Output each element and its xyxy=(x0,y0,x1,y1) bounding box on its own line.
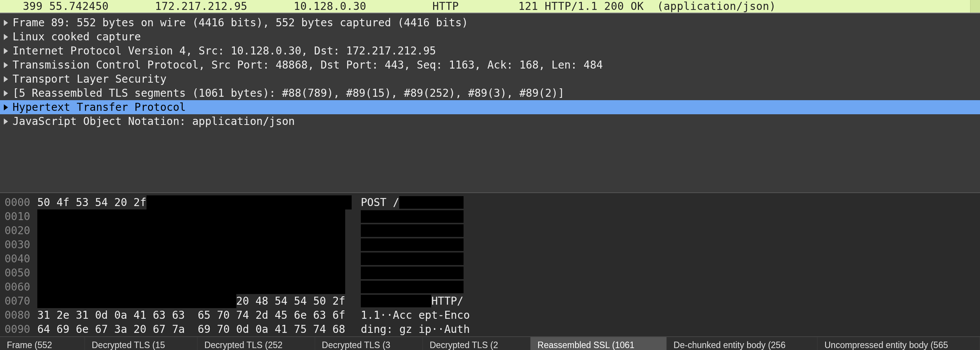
packet-list-scrollbar[interactable] xyxy=(970,0,980,13)
redacted-block: xxxxxxxxxxxxxxxx xyxy=(361,238,464,251)
redacted-block: xx xx xx xx xx xx xx xx xx xx xx xx xx x… xyxy=(37,252,345,266)
bytes-tab[interactable]: Frame (552 bytes) xyxy=(0,337,85,350)
byte-row[interactable]: 000050 4f 53 54 20 2f xx xx xx xx xx xx … xyxy=(5,195,980,209)
col-spacer xyxy=(538,0,545,13)
col-spacer xyxy=(367,0,433,13)
byte-ascii: xxxxxxxxxxxxxxxx xyxy=(361,209,464,224)
expand-triangle-icon[interactable] xyxy=(4,118,8,125)
redacted-block: xx xx xx xx xx xx xx xx xx xx xx xx xx x… xyxy=(37,266,345,280)
byte-row[interactable]: 0030xx xx xx xx xx xx xx xx xx xx xx xx … xyxy=(5,238,980,252)
col-spacer xyxy=(459,0,518,13)
bytes-tabs-bar: Frame (552 bytes)Decrypted TLS (15 bytes… xyxy=(0,336,980,350)
redacted-block: xx xx xx xx xx xx xx xx xx xx xyxy=(37,294,236,308)
tree-item[interactable]: Internet Protocol Version 4, Src: 10.128… xyxy=(0,44,980,58)
redacted-block: xxxxxxxxxxxxxxxx xyxy=(361,267,464,279)
col-source: 172.217.212.95 xyxy=(155,0,247,13)
expand-triangle-icon[interactable] xyxy=(4,48,8,54)
byte-row[interactable]: 0020xx xx xx xx xx xx xx xx xx xx xx xx … xyxy=(5,224,980,238)
byte-ascii: ding: gz ip··Auth xyxy=(361,322,470,336)
byte-offset: 0050 xyxy=(5,266,37,280)
byte-row[interactable]: 009064 69 6e 67 3a 20 67 7a 69 70 0d 0a … xyxy=(5,322,980,336)
byte-row[interactable]: 0050xx xx xx xx xx xx xx xx xx xx xx xx … xyxy=(5,266,980,280)
byte-ascii: POST /xxxxxxxxxx xyxy=(361,195,464,209)
byte-offset: 0060 xyxy=(5,280,37,294)
tree-item[interactable]: Hypertext Transfer Protocol xyxy=(0,100,980,114)
bytes-tab[interactable]: Decrypted TLS (15 bytes) xyxy=(85,337,198,350)
redacted-block: xxxxxxxxxxxxxxxx xyxy=(361,224,464,237)
tree-item-label: Hypertext Transfer Protocol xyxy=(13,100,186,114)
byte-row[interactable]: 0040xx xx xx xx xx xx xx xx xx xx xx xx … xyxy=(5,252,980,266)
bytes-tab[interactable]: Decrypted TLS (3 bytes) xyxy=(315,337,423,350)
bytes-tab[interactable]: Decrypted TLS (2 bytes) xyxy=(423,337,531,350)
expand-triangle-icon[interactable] xyxy=(4,90,8,96)
byte-hex: xx xx xx xx xx xx xx xx xx xx xx xx xx x… xyxy=(37,209,349,224)
col-spacer xyxy=(43,0,49,13)
expand-triangle-icon[interactable] xyxy=(4,20,8,26)
tree-item[interactable]: Frame 89: 552 bytes on wire (4416 bits),… xyxy=(0,16,980,30)
packet-details-pane[interactable]: Frame 89: 552 bytes on wire (4416 bits),… xyxy=(0,13,980,192)
redacted-block: xxxxxxxxxxxxxxxx xyxy=(361,253,464,265)
tree-item-label: Linux cooked capture xyxy=(13,30,141,44)
byte-hex: xx xx xx xx xx xx xx xx xx xx xx xx xx x… xyxy=(37,224,349,238)
bytes-tab[interactable]: Decrypted TLS (252 bytes) xyxy=(198,337,315,350)
byte-row[interactable]: 0060xx xx xx xx xx xx xx xx xx xx xx xx … xyxy=(5,280,980,294)
byte-row[interactable]: 0070xx xx xx xx xx xx xx xx xx xx 20 48 … xyxy=(5,294,980,308)
redacted-block: xx xx xx xx xx xx xx xx xx xx xx xx xx x… xyxy=(37,280,345,294)
byte-ascii: xxxxxxxxxxxxxxxx xyxy=(361,280,464,294)
col-spacer xyxy=(109,0,155,13)
byte-ascii: 1.1··Acc ept-Enco xyxy=(361,308,470,322)
redacted-block: xxxxxxxxxxx xyxy=(361,295,431,307)
expand-triangle-icon[interactable] xyxy=(4,76,8,82)
byte-hex: 31 2e 31 0d 0a 41 63 63 65 70 74 2d 45 6… xyxy=(37,308,349,322)
tree-item-label: Transport Layer Security xyxy=(13,72,167,86)
col-spacer xyxy=(247,0,294,13)
byte-hex: xx xx xx xx xx xx xx xx xx xx xx xx xx x… xyxy=(37,238,349,252)
packet-bytes-pane[interactable]: 000050 4f 53 54 20 2f xx xx xx xx xx xx … xyxy=(0,192,980,336)
bytes-tab[interactable]: Reassembled SSL (1061 bytes) xyxy=(531,337,667,350)
tree-item[interactable]: Transport Layer Security xyxy=(0,72,980,86)
col-destination: 10.128.0.30 xyxy=(294,0,367,13)
expand-triangle-icon[interactable] xyxy=(4,62,8,68)
byte-ascii: xxxxxxxxxxxxxxxx xyxy=(361,224,464,238)
tree-item-label: Frame 89: 552 bytes on wire (4416 bits),… xyxy=(13,16,468,30)
tree-item[interactable]: Linux cooked capture xyxy=(0,30,980,44)
packet-list-row[interactable]: 399 55.742450 172.217.212.95 10.128.0.30… xyxy=(0,0,980,13)
col-time: 55.742450 xyxy=(49,0,108,13)
redacted-block: xxxxxxxxxxxxxxxx xyxy=(361,210,464,223)
expand-triangle-icon[interactable] xyxy=(4,34,8,40)
tree-item[interactable]: Transmission Control Protocol, Src Port:… xyxy=(0,58,980,72)
byte-offset: 0080 xyxy=(5,308,37,322)
bytes-tab[interactable]: Uncompressed entity body (565 bytes) xyxy=(817,337,980,350)
tree-item-label: JavaScript Object Notation: application/… xyxy=(13,114,295,128)
bytes-tab[interactable]: De-chunked entity body (256 bytes) xyxy=(667,337,817,350)
byte-offset: 0070 xyxy=(5,294,37,308)
byte-hex: 50 4f 53 54 20 2f xx xx xx xx xx xx xx x… xyxy=(37,195,349,209)
redacted-block: xxxxxxxxxxxxxxxx xyxy=(361,281,464,293)
col-info: HTTP/1.1 200 OK (application/json) xyxy=(545,0,776,13)
byte-offset: 0040 xyxy=(5,252,37,266)
byte-hex: 64 69 6e 67 3a 20 67 7a 69 70 0d 0a 41 7… xyxy=(37,322,349,336)
tree-item-label: [5 Reassembled TLS segments (1061 bytes)… xyxy=(13,86,564,100)
col-no: 399 xyxy=(23,0,43,13)
expand-triangle-icon[interactable] xyxy=(4,104,8,110)
redacted-block: xx xx xx xx xx xx xx xx xx xx xx xx xx x… xyxy=(37,238,345,252)
byte-hex: xx xx xx xx xx xx xx xx xx xx xx xx xx x… xyxy=(37,252,349,266)
byte-offset: 0020 xyxy=(5,224,37,238)
tree-item-label: Transmission Control Protocol, Src Port:… xyxy=(13,58,603,72)
byte-ascii: xxxxxxxxxxxxxxxx xyxy=(361,266,464,280)
byte-hex: xx xx xx xx xx xx xx xx xx xx 20 48 54 5… xyxy=(37,294,349,308)
col-length: 121 xyxy=(518,0,538,13)
byte-offset: 0030 xyxy=(5,238,37,252)
byte-ascii: xxxxxxxxxxxHTTP/ xyxy=(361,294,464,308)
byte-hex: xx xx xx xx xx xx xx xx xx xx xx xx xx x… xyxy=(37,266,349,280)
byte-row[interactable]: 008031 2e 31 0d 0a 41 63 63 65 70 74 2d … xyxy=(5,308,980,322)
redacted-block: xxxxxxxxxx xyxy=(399,196,464,209)
tree-item-label: Internet Protocol Version 4, Src: 10.128… xyxy=(13,44,436,58)
byte-offset: 0000 xyxy=(5,195,37,209)
tree-item[interactable]: JavaScript Object Notation: application/… xyxy=(0,114,980,128)
byte-row[interactable]: 0010xx xx xx xx xx xx xx xx xx xx xx xx … xyxy=(5,209,980,224)
redacted-block: xx xx xx xx xx xx xx xx xx xx xx xx xx x… xyxy=(37,209,345,224)
byte-hex: xx xx xx xx xx xx xx xx xx xx xx xx xx x… xyxy=(37,280,349,294)
tree-item[interactable]: [5 Reassembled TLS segments (1061 bytes)… xyxy=(0,86,980,100)
byte-offset: 0090 xyxy=(5,322,37,336)
